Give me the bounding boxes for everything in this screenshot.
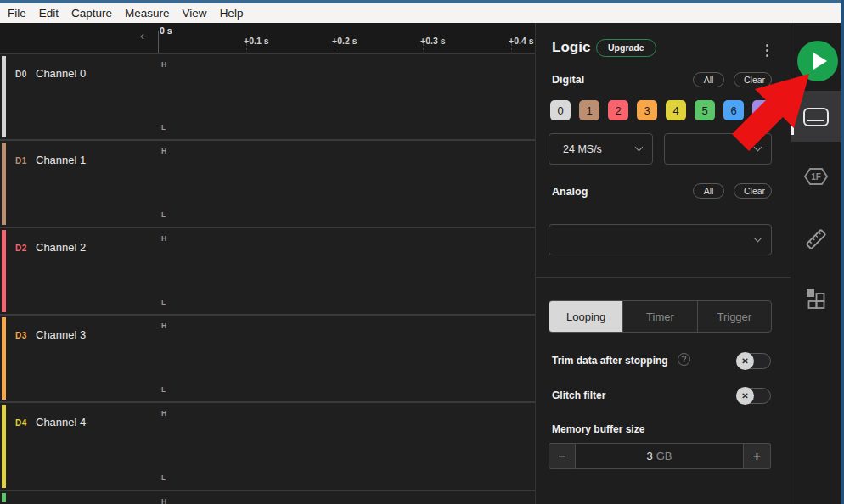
menu-help[interactable]: Help <box>220 7 244 20</box>
high-marker: H <box>161 409 166 417</box>
timeline-tick: +0.3 s <box>420 36 446 46</box>
digital-channel-chip-4[interactable]: 4 <box>666 100 686 120</box>
upgrade-button[interactable]: Upgrade <box>596 39 656 57</box>
digital-channel-chip-5[interactable]: 5 <box>695 100 715 120</box>
trim-data-toggle[interactable]: ✕ <box>736 353 771 369</box>
high-marker: H <box>161 497 166 504</box>
kebab-menu-icon[interactable] <box>763 42 771 59</box>
device-id-badge-icon[interactable]: 1F <box>791 165 841 188</box>
menu-edit[interactable]: Edit <box>39 7 59 20</box>
high-marker: H <box>161 147 166 155</box>
memory-buffer-stepper: − 3 GB + <box>549 443 771 469</box>
decrease-button[interactable]: − <box>549 443 576 469</box>
toggle-off-icon: ✕ <box>736 352 754 370</box>
channel-color-stripe <box>2 405 6 488</box>
memory-buffer-unit: GB <box>656 450 672 462</box>
analog-sample-rate-dropdown[interactable] <box>549 224 772 255</box>
chevron-down-icon <box>754 234 762 243</box>
memory-buffer-value: 3 <box>646 450 652 462</box>
increase-button[interactable]: + <box>744 443 771 469</box>
tab-looping[interactable]: Looping <box>549 301 622 332</box>
channel-row-1[interactable]: D1 Channel 1 H L <box>0 139 535 227</box>
low-marker: L <box>161 385 166 394</box>
channel-row-5[interactable]: H <box>0 490 535 504</box>
channel-row-2[interactable]: D2 Channel 2 H L <box>0 227 535 314</box>
device-icon <box>791 107 841 127</box>
digital-channel-chip-3[interactable]: 3 <box>637 100 657 120</box>
glitch-filter-toggle[interactable]: ✕ <box>736 388 771 404</box>
sample-rate-value: 24 MS/s <box>563 143 636 155</box>
window-right-accent <box>841 0 844 504</box>
high-marker: H <box>161 322 166 330</box>
channel-row-0[interactable]: D0 Channel 0 H L <box>0 53 535 139</box>
channel-color-stripe <box>2 143 6 225</box>
extensions-icon[interactable] <box>791 288 841 310</box>
glitch-filter-label: Glitch filter <box>552 389 605 401</box>
device-id-text: 1F <box>811 172 821 182</box>
analog-section-label: Analog <box>552 186 588 198</box>
digital-channel-chip-2[interactable]: 2 <box>608 100 628 120</box>
measure-ruler-icon[interactable] <box>791 227 841 252</box>
tab-trigger[interactable]: Trigger <box>697 301 771 332</box>
sample-rate-dropdown[interactable]: 24 MS/s <box>549 133 653 165</box>
menu-capture[interactable]: Capture <box>71 7 112 20</box>
channel-name[interactable]: Channel 4 <box>36 416 86 428</box>
chevron-down-icon <box>635 143 644 152</box>
timeline-tick: +0.2 s <box>332 36 357 46</box>
timeline-tick: +0.1 s <box>244 36 269 46</box>
right-toolbar: 1F <box>791 23 841 504</box>
menu-bar: File Edit Capture Measure View Help <box>0 3 841 23</box>
digital-all-button[interactable]: All <box>693 72 724 87</box>
channel-row-3[interactable]: D3 Channel 3 H L <box>0 314 535 401</box>
channel-color-stripe <box>2 317 6 400</box>
channel-id: D1 <box>15 156 27 165</box>
channel-id: D0 <box>15 70 27 79</box>
timeline-collapse-icon[interactable]: ‹ <box>140 29 144 42</box>
start-capture-button[interactable] <box>797 41 838 81</box>
timeline-tick: +0.4 s <box>509 36 534 46</box>
waveform-viewer: ‹ 0 s +0.1 s +0.2 s +0.3 s +0.4 s D0 Cha… <box>0 23 535 504</box>
channel-color-stripe <box>2 230 6 312</box>
high-marker: H <box>161 60 166 69</box>
voltage-dropdown[interactable] <box>664 133 772 165</box>
channel-id: D2 <box>15 244 27 253</box>
capture-mode-tabs: Looping Timer Trigger <box>549 300 772 333</box>
channel-color-stripe <box>2 493 6 502</box>
memory-buffer-field[interactable]: 3 GB <box>576 443 744 469</box>
panel-divider <box>536 277 791 278</box>
device-settings-panel: Logic Upgrade Digital All Clear 0 1 2 3 … <box>535 23 791 504</box>
tab-timer[interactable]: Timer <box>622 301 696 332</box>
low-marker: L <box>161 210 166 219</box>
timeline-origin-label: 0 s <box>160 25 172 36</box>
channel-name[interactable]: Channel 3 <box>36 328 86 341</box>
menu-measure[interactable]: Measure <box>125 7 170 20</box>
chevron-down-icon <box>754 143 762 152</box>
digital-channel-chip-0[interactable]: 0 <box>550 100 571 120</box>
digital-clear-button[interactable]: Clear <box>734 72 772 87</box>
channel-color-stripe <box>2 56 6 137</box>
menu-file[interactable]: File <box>8 7 26 20</box>
analog-all-button[interactable]: All <box>693 183 724 199</box>
digital-section-label: Digital <box>552 74 584 86</box>
help-icon[interactable]: ? <box>678 353 690 366</box>
channel-name[interactable]: Channel 2 <box>36 241 86 254</box>
channel-id: D3 <box>15 331 27 340</box>
high-marker: H <box>161 234 166 243</box>
channel-name[interactable]: Channel 1 <box>36 154 86 166</box>
analog-clear-button[interactable]: Clear <box>734 183 772 199</box>
digital-channel-chip-7[interactable]: 7 <box>752 100 773 120</box>
play-icon <box>813 53 827 70</box>
digital-channel-chip-1[interactable]: 1 <box>579 100 599 120</box>
memory-buffer-label: Memory buffer size <box>552 423 644 435</box>
low-marker: L <box>161 473 166 482</box>
menu-view[interactable]: View <box>183 7 207 20</box>
low-marker: L <box>161 298 166 306</box>
low-marker: L <box>161 123 166 132</box>
toggle-off-icon: ✕ <box>736 387 754 405</box>
device-tab[interactable] <box>791 91 841 142</box>
channel-id: D4 <box>15 418 27 428</box>
channel-name[interactable]: Channel 0 <box>36 67 86 80</box>
trim-data-label: Trim data after stopping <box>552 355 668 367</box>
digital-channel-chip-6[interactable]: 6 <box>723 100 744 120</box>
channel-row-4[interactable]: D4 Channel 4 H L <box>0 401 535 490</box>
